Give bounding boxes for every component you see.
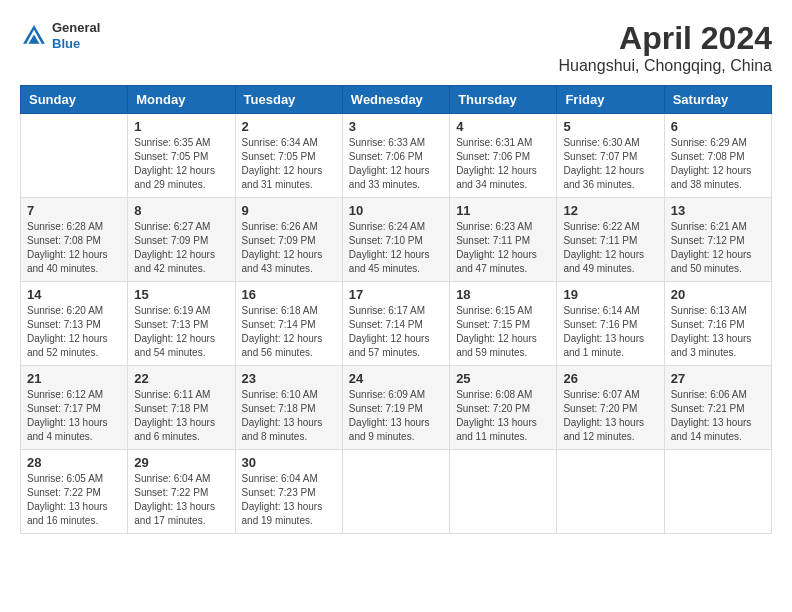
calendar-day-cell: 30Sunrise: 6:04 AM Sunset: 7:23 PM Dayli… [235,450,342,534]
location-title: Huangshui, Chongqing, China [559,57,772,75]
day-number: 29 [134,455,228,470]
calendar-header-row: SundayMondayTuesdayWednesdayThursdayFrid… [21,86,772,114]
day-number: 28 [27,455,121,470]
calendar-table: SundayMondayTuesdayWednesdayThursdayFrid… [20,85,772,534]
calendar-day-cell: 7Sunrise: 6:28 AM Sunset: 7:08 PM Daylig… [21,198,128,282]
calendar-day-cell: 16Sunrise: 6:18 AM Sunset: 7:14 PM Dayli… [235,282,342,366]
day-number: 4 [456,119,550,134]
day-number: 20 [671,287,765,302]
day-number: 2 [242,119,336,134]
month-title: April 2024 [559,20,772,57]
calendar-day-cell: 24Sunrise: 6:09 AM Sunset: 7:19 PM Dayli… [342,366,449,450]
calendar-day-cell [342,450,449,534]
day-number: 27 [671,371,765,386]
calendar-day-cell: 2Sunrise: 6:34 AM Sunset: 7:05 PM Daylig… [235,114,342,198]
day-number: 18 [456,287,550,302]
calendar-day-cell [21,114,128,198]
logo-text: General Blue [52,20,100,51]
calendar-day-cell: 5Sunrise: 6:30 AM Sunset: 7:07 PM Daylig… [557,114,664,198]
day-info: Sunrise: 6:18 AM Sunset: 7:14 PM Dayligh… [242,304,336,360]
weekday-header: Thursday [450,86,557,114]
day-info: Sunrise: 6:35 AM Sunset: 7:05 PM Dayligh… [134,136,228,192]
calendar-day-cell: 21Sunrise: 6:12 AM Sunset: 7:17 PM Dayli… [21,366,128,450]
day-number: 10 [349,203,443,218]
day-info: Sunrise: 6:31 AM Sunset: 7:06 PM Dayligh… [456,136,550,192]
logo-icon [20,22,48,50]
calendar-day-cell: 14Sunrise: 6:20 AM Sunset: 7:13 PM Dayli… [21,282,128,366]
day-number: 13 [671,203,765,218]
calendar-week-row: 28Sunrise: 6:05 AM Sunset: 7:22 PM Dayli… [21,450,772,534]
calendar-week-row: 1Sunrise: 6:35 AM Sunset: 7:05 PM Daylig… [21,114,772,198]
day-info: Sunrise: 6:34 AM Sunset: 7:05 PM Dayligh… [242,136,336,192]
day-info: Sunrise: 6:33 AM Sunset: 7:06 PM Dayligh… [349,136,443,192]
day-info: Sunrise: 6:09 AM Sunset: 7:19 PM Dayligh… [349,388,443,444]
day-info: Sunrise: 6:05 AM Sunset: 7:22 PM Dayligh… [27,472,121,528]
calendar-day-cell: 19Sunrise: 6:14 AM Sunset: 7:16 PM Dayli… [557,282,664,366]
calendar-week-row: 21Sunrise: 6:12 AM Sunset: 7:17 PM Dayli… [21,366,772,450]
day-info: Sunrise: 6:22 AM Sunset: 7:11 PM Dayligh… [563,220,657,276]
calendar-day-cell: 26Sunrise: 6:07 AM Sunset: 7:20 PM Dayli… [557,366,664,450]
day-info: Sunrise: 6:26 AM Sunset: 7:09 PM Dayligh… [242,220,336,276]
day-info: Sunrise: 6:13 AM Sunset: 7:16 PM Dayligh… [671,304,765,360]
calendar-day-cell: 1Sunrise: 6:35 AM Sunset: 7:05 PM Daylig… [128,114,235,198]
calendar-day-cell: 10Sunrise: 6:24 AM Sunset: 7:10 PM Dayli… [342,198,449,282]
calendar-day-cell: 28Sunrise: 6:05 AM Sunset: 7:22 PM Dayli… [21,450,128,534]
weekday-header: Sunday [21,86,128,114]
logo-general-text: General [52,20,100,36]
day-number: 7 [27,203,121,218]
calendar-day-cell: 15Sunrise: 6:19 AM Sunset: 7:13 PM Dayli… [128,282,235,366]
day-number: 14 [27,287,121,302]
day-info: Sunrise: 6:14 AM Sunset: 7:16 PM Dayligh… [563,304,657,360]
calendar-day-cell: 11Sunrise: 6:23 AM Sunset: 7:11 PM Dayli… [450,198,557,282]
day-info: Sunrise: 6:04 AM Sunset: 7:23 PM Dayligh… [242,472,336,528]
day-number: 21 [27,371,121,386]
day-number: 1 [134,119,228,134]
day-number: 5 [563,119,657,134]
calendar-day-cell: 23Sunrise: 6:10 AM Sunset: 7:18 PM Dayli… [235,366,342,450]
calendar-day-cell [557,450,664,534]
day-info: Sunrise: 6:29 AM Sunset: 7:08 PM Dayligh… [671,136,765,192]
logo-blue-text: Blue [52,36,100,52]
day-number: 11 [456,203,550,218]
day-info: Sunrise: 6:30 AM Sunset: 7:07 PM Dayligh… [563,136,657,192]
day-info: Sunrise: 6:17 AM Sunset: 7:14 PM Dayligh… [349,304,443,360]
calendar-day-cell: 12Sunrise: 6:22 AM Sunset: 7:11 PM Dayli… [557,198,664,282]
weekday-header: Tuesday [235,86,342,114]
day-number: 16 [242,287,336,302]
calendar-day-cell: 27Sunrise: 6:06 AM Sunset: 7:21 PM Dayli… [664,366,771,450]
day-number: 19 [563,287,657,302]
day-info: Sunrise: 6:06 AM Sunset: 7:21 PM Dayligh… [671,388,765,444]
calendar-day-cell: 13Sunrise: 6:21 AM Sunset: 7:12 PM Dayli… [664,198,771,282]
calendar-day-cell: 29Sunrise: 6:04 AM Sunset: 7:22 PM Dayli… [128,450,235,534]
calendar-week-row: 14Sunrise: 6:20 AM Sunset: 7:13 PM Dayli… [21,282,772,366]
day-info: Sunrise: 6:08 AM Sunset: 7:20 PM Dayligh… [456,388,550,444]
day-info: Sunrise: 6:21 AM Sunset: 7:12 PM Dayligh… [671,220,765,276]
day-info: Sunrise: 6:07 AM Sunset: 7:20 PM Dayligh… [563,388,657,444]
logo: General Blue [20,20,100,51]
day-info: Sunrise: 6:04 AM Sunset: 7:22 PM Dayligh… [134,472,228,528]
calendar-day-cell: 4Sunrise: 6:31 AM Sunset: 7:06 PM Daylig… [450,114,557,198]
day-info: Sunrise: 6:23 AM Sunset: 7:11 PM Dayligh… [456,220,550,276]
calendar-day-cell: 8Sunrise: 6:27 AM Sunset: 7:09 PM Daylig… [128,198,235,282]
title-section: April 2024 Huangshui, Chongqing, China [559,20,772,75]
day-number: 8 [134,203,228,218]
weekday-header: Friday [557,86,664,114]
day-number: 26 [563,371,657,386]
calendar-day-cell: 6Sunrise: 6:29 AM Sunset: 7:08 PM Daylig… [664,114,771,198]
page-header: General Blue April 2024 Huangshui, Chong… [20,20,772,75]
weekday-header: Saturday [664,86,771,114]
day-number: 3 [349,119,443,134]
calendar-day-cell: 3Sunrise: 6:33 AM Sunset: 7:06 PM Daylig… [342,114,449,198]
calendar-week-row: 7Sunrise: 6:28 AM Sunset: 7:08 PM Daylig… [21,198,772,282]
day-number: 23 [242,371,336,386]
day-info: Sunrise: 6:15 AM Sunset: 7:15 PM Dayligh… [456,304,550,360]
day-info: Sunrise: 6:20 AM Sunset: 7:13 PM Dayligh… [27,304,121,360]
day-info: Sunrise: 6:27 AM Sunset: 7:09 PM Dayligh… [134,220,228,276]
day-info: Sunrise: 6:11 AM Sunset: 7:18 PM Dayligh… [134,388,228,444]
day-number: 6 [671,119,765,134]
calendar-day-cell [450,450,557,534]
calendar-day-cell: 17Sunrise: 6:17 AM Sunset: 7:14 PM Dayli… [342,282,449,366]
calendar-day-cell: 9Sunrise: 6:26 AM Sunset: 7:09 PM Daylig… [235,198,342,282]
weekday-header: Monday [128,86,235,114]
day-info: Sunrise: 6:12 AM Sunset: 7:17 PM Dayligh… [27,388,121,444]
